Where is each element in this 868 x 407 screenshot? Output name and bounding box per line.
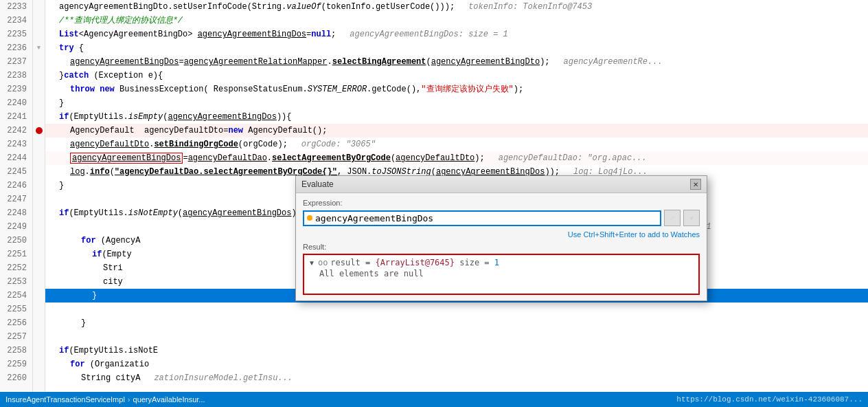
code-line-2238: }catch (Exception e){ <box>45 69 868 82</box>
code-line-2256: } <box>45 316 868 330</box>
code-line-2257 <box>45 330 868 344</box>
debug-info-2235: agencyAgreementBingDos: size = 1 <box>350 28 507 41</box>
code-line-2235: List<AgencyAgreementBingDo> agencyAgreem… <box>45 28 868 41</box>
result-row-main: ▼ oo result = {ArrayList@7645} size = 1 <box>308 258 694 267</box>
code-line-2241: if(EmptyUtils.isEmpty(agencyAgreementBin… <box>45 110 868 124</box>
code-line-2259: for (Organizatio <box>45 358 868 371</box>
status-bar: InsureAgentTransactionServiceImpl › quer… <box>0 392 868 407</box>
result-label: Result: <box>303 243 700 251</box>
expression-row: ⤢ ▼ <box>303 210 700 226</box>
dialog-title: Evaluate <box>301 179 334 189</box>
evaluate-dialog: Evaluate ✕ Expression: ⤢ ▼ Use Ctrl+Shif… <box>295 175 707 301</box>
code-line-2255 <box>45 302 868 316</box>
result-oo: oo <box>318 258 328 267</box>
result-null-row: All elements are null <box>308 269 694 278</box>
code-line-2260: String cityA zationInsureModel.getInsu..… <box>45 371 868 385</box>
dialog-close-button[interactable]: ✕ <box>690 179 701 190</box>
code-line-2243: agencyDefaultDto.setBindingOrgCode(orgCo… <box>45 138 868 151</box>
code-line-2234: /**查询代理人绑定的协议信息*/ <box>45 14 868 28</box>
code-line-2233: agencyAgreementBingDto.setUserInfoCode(S… <box>45 0 868 14</box>
breadcrumb-separator: › <box>128 395 130 404</box>
watches-hint: Use Ctrl+Shift+Enter to add to Watches <box>303 230 700 239</box>
breadcrumb-item-1[interactable]: InsureAgentTransactionServiceImpl <box>5 395 125 404</box>
debug-info-2260: zationInsureModel.getInsu... <box>154 371 293 385</box>
dialog-body: Expression: ⤢ ▼ Use Ctrl+Shift+Enter to … <box>296 193 707 300</box>
breakpoint-marker <box>36 127 43 134</box>
expand-button[interactable]: ⤢ <box>664 210 681 226</box>
status-breadcrumb: InsureAgentTransactionServiceImpl › quer… <box>5 395 205 404</box>
expression-dot-indicator <box>307 215 312 221</box>
code-line-2258: if(EmptyUtils.isNotE <box>45 344 868 358</box>
result-null-text: All elements are null <box>319 269 424 278</box>
dialog-title-bar[interactable]: Evaluate ✕ <box>296 176 707 193</box>
code-line-2236: try { <box>45 41 868 55</box>
code-line-2239: throw new BusinessException( ResponseSta… <box>45 82 868 96</box>
result-expand-arrow[interactable]: ▼ <box>308 259 315 267</box>
expression-label: Expression: <box>303 199 700 207</box>
debug-info-2233: tokenInfo: TokenInfo@7453 <box>468 0 592 14</box>
dropdown-button[interactable]: ▼ <box>683 210 700 226</box>
debug-info-2237: agencyAgreementRe... <box>564 55 663 69</box>
code-line-2244: agencyAgreementBingDos=agencyDefaultDao.… <box>45 151 868 165</box>
debug-info-2243: orgCode: "3065" <box>301 138 376 151</box>
line-numbers: 2233 2234 2235 2236 2237 2238 2239 2240 … <box>0 0 33 392</box>
status-url: https://blog.csdn.net/weixin-423606087..… <box>676 395 863 404</box>
gutter: ▼ <box>33 0 45 392</box>
result-box: ▼ oo result = {ArrayList@7645} size = 1 … <box>303 254 700 295</box>
code-line-2240: } <box>45 96 868 110</box>
expression-input[interactable] <box>315 213 657 223</box>
debug-info-2244: agencyDefaultDao: "org.apac... <box>499 151 647 165</box>
result-main-text: result = {ArrayList@7645} size = 1 <box>330 258 499 267</box>
code-line-2237: agencyAgreementBingDos=agencyAgreementRe… <box>45 55 868 69</box>
watches-hint-text: Use Ctrl+Shift+Enter to add to Watches <box>568 230 700 239</box>
breadcrumb-item-2[interactable]: queryAvailableInsur... <box>133 395 205 404</box>
expression-input-wrapper[interactable] <box>303 210 661 226</box>
code-line-2242: AgencyDefault agencyDefaultDto=new Agenc… <box>45 124 868 138</box>
editor-container: 2233 2234 2235 2236 2237 2238 2239 2240 … <box>0 0 868 407</box>
